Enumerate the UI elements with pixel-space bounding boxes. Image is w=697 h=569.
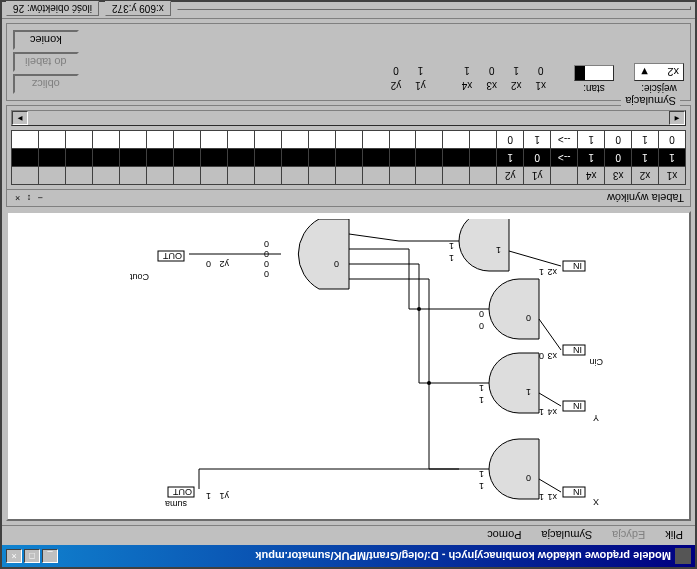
svg-text:IN: IN (573, 345, 582, 355)
svg-text:1: 1 (449, 241, 454, 251)
statusbar: x:609 y:372 ilość obiektów: 26 (2, 0, 695, 19)
minimize-button[interactable]: _ (42, 549, 58, 563)
svg-text:1: 1 (479, 481, 484, 491)
sig-x2: x2 (547, 267, 557, 277)
svg-point-40 (417, 307, 421, 311)
svg-text:1: 1 (206, 491, 211, 501)
label-y: Y (593, 413, 599, 423)
gate-1[interactable] (489, 439, 539, 499)
status-objcount: ilość obiektów: 26 (6, 1, 99, 16)
svg-text:0: 0 (539, 351, 544, 361)
svg-text:0: 0 (334, 259, 339, 269)
gate-2[interactable] (489, 353, 539, 413)
sig-x4: x4 (547, 407, 557, 417)
close-button[interactable]: × (6, 549, 22, 563)
svg-text:IN: IN (573, 261, 582, 271)
menu-edycja[interactable]: Edycja (604, 528, 653, 544)
svg-text:1: 1 (526, 387, 531, 397)
results-table: x1 x2 x3 x4 y1 y2 1101-->01 0101-->10 (11, 130, 686, 185)
label-cout: Cout (129, 272, 149, 282)
svg-text:1: 1 (496, 245, 501, 255)
gate-out[interactable] (298, 219, 349, 289)
titlebar-title: Modele prądowe układów kombinacyjnych - … (255, 550, 671, 562)
svg-text:1: 1 (479, 383, 484, 393)
svg-text:0: 0 (479, 309, 484, 319)
svg-line-24 (539, 479, 561, 492)
svg-text:0: 0 (526, 473, 531, 483)
svg-text:1: 1 (539, 267, 544, 277)
sig-x1: x1 (547, 492, 557, 502)
simulation-panel: Symulacja wejście: x2 ▼ stan: x1x2x3x4 0… (6, 23, 691, 101)
dropdown-icon[interactable]: ▼ (639, 66, 650, 78)
svg-text:0: 0 (264, 249, 269, 259)
svg-line-26 (539, 319, 561, 350)
svg-text:0: 0 (264, 259, 269, 269)
sig-y2: y2 (219, 259, 229, 269)
svg-text:OUT: OUT (163, 251, 183, 261)
sig-x3: x3 (547, 351, 557, 361)
svg-point-39 (427, 381, 431, 385)
app-icon (675, 548, 691, 564)
sig-y1: y1 (219, 491, 229, 501)
koniec-button[interactable]: koniec (13, 30, 79, 50)
table-header-row: x1 x2 x3 x4 y1 y2 (12, 167, 686, 185)
svg-line-25 (539, 393, 561, 406)
pin-out: OUT (173, 487, 193, 497)
svg-text:0: 0 (264, 269, 269, 279)
panel-controls[interactable]: − ↕ × (13, 193, 43, 203)
app-window: Modele prądowe układów kombinacyjnych - … (0, 0, 697, 569)
maximize-button[interactable]: □ (24, 549, 40, 563)
scroll-right-icon[interactable]: ► (12, 111, 28, 125)
svg-text:1: 1 (449, 253, 454, 263)
label-suma: suma (165, 499, 187, 509)
menu-pomoc[interactable]: Pomoc (479, 528, 529, 544)
status-coords: x:609 y:372 (105, 1, 171, 16)
stan-slider[interactable] (574, 65, 614, 81)
svg-text:IN: IN (573, 401, 582, 411)
wejscie-label: wejście: (641, 83, 677, 94)
svg-line-27 (509, 251, 561, 266)
table-row[interactable]: 0101-->10 (12, 131, 686, 149)
svg-text:0: 0 (479, 321, 484, 331)
svg-line-38 (349, 234, 399, 241)
stan-label: stan: (583, 83, 605, 94)
titlebar: Modele prądowe układów kombinacyjnych - … (2, 545, 695, 567)
do-tabeli-button[interactable]: do tabeli (13, 52, 79, 72)
input-readout: x1x2x3x4 0101 (454, 62, 554, 94)
label-x: X (593, 497, 599, 507)
svg-text:0: 0 (206, 259, 211, 269)
simulation-legend: Symulacja (621, 95, 680, 107)
wejscie-select[interactable]: x2 ▼ (634, 63, 684, 81)
gate-3[interactable] (489, 279, 539, 339)
output-readout: y1y2 10 (383, 62, 434, 94)
label-cin: Cin (589, 357, 603, 367)
oblicz-button[interactable]: oblicz (13, 74, 79, 94)
svg-text:1: 1 (479, 469, 484, 479)
svg-text:1: 1 (539, 492, 544, 502)
menubar: Plik Edycja Symulacja Pomoc (2, 525, 695, 545)
menu-symulacja[interactable]: Symulacja (533, 528, 600, 544)
scroll-left-icon[interactable]: ◄ (669, 111, 685, 125)
results-panel: Tabela wyników − ↕ × x1 x2 x3 x4 y1 y2 1… (6, 105, 691, 207)
status-empty (177, 7, 691, 11)
gate-4[interactable] (459, 219, 509, 271)
circuit-canvas[interactable]: X IN x11 Y IN x41 Cin IN x30 IN x21 011 … (6, 211, 691, 521)
table-row[interactable]: 1101-->01 (12, 149, 686, 167)
menu-plik[interactable]: Plik (657, 528, 691, 544)
svg-text:1: 1 (539, 407, 544, 417)
pin-in: IN (573, 487, 582, 497)
svg-text:1: 1 (479, 395, 484, 405)
svg-text:0: 0 (264, 239, 269, 249)
svg-text:0: 0 (526, 313, 531, 323)
results-panel-title: Tabela wyników (607, 192, 684, 204)
table-scrollbar[interactable]: ◄ ► (11, 110, 686, 126)
